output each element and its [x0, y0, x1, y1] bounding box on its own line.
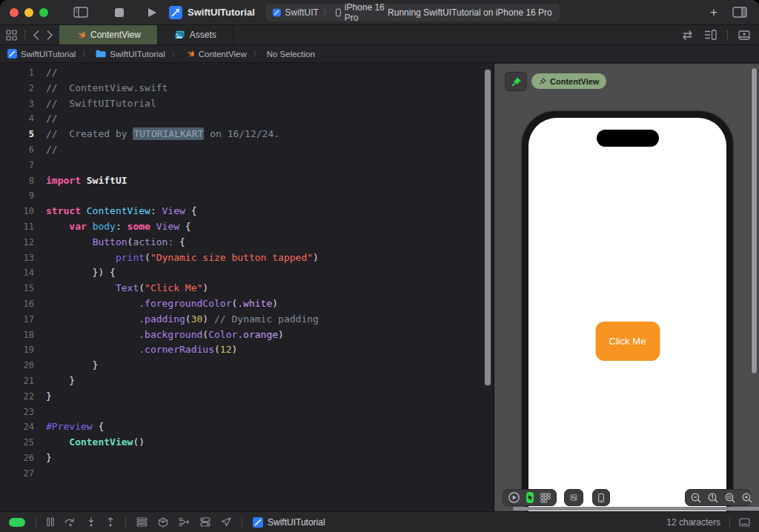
code-line[interactable]: }: [46, 389, 319, 405]
line-number[interactable]: 12: [0, 235, 34, 250]
code-line[interactable]: import SwiftUI: [46, 173, 319, 189]
scheme-app-icon[interactable]: [273, 7, 281, 18]
step-over-icon[interactable]: [64, 517, 76, 527]
code-line[interactable]: // Created by TUTORIALKART on 16/12/24.: [46, 127, 319, 142]
preview-horizontal-scrollbar[interactable]: [513, 507, 759, 511]
zoom-out-icon[interactable]: [691, 493, 701, 503]
breadcrumb-selection[interactable]: No Selection: [267, 50, 315, 59]
network-debug-icon[interactable]: [179, 517, 190, 527]
code-line[interactable]: #Preview {: [46, 419, 319, 435]
code-line[interactable]: }: [46, 358, 319, 373]
line-number[interactable]: 1: [0, 65, 34, 81]
line-number[interactable]: 4: [0, 111, 34, 127]
line-number[interactable]: 9: [0, 188, 34, 204]
code-line[interactable]: }: [46, 373, 319, 389]
minimize-window-button[interactable]: [24, 8, 33, 17]
scheme-selector[interactable]: SwiftUIT: [285, 7, 319, 18]
code-line[interactable]: var body: some View {: [46, 219, 319, 235]
zoom-in-icon[interactable]: [742, 493, 752, 503]
code-line[interactable]: //: [46, 142, 319, 158]
pause-execution-icon[interactable]: [47, 517, 54, 527]
editor-only-icon[interactable]: [739, 518, 750, 527]
line-number[interactable]: 25: [0, 435, 34, 450]
preview-pinned-tab[interactable]: ContentView: [531, 73, 606, 89]
preview-device-button[interactable]: [592, 489, 610, 506]
code-line[interactable]: }: [46, 450, 319, 466]
code-line[interactable]: .background(Color.orange): [46, 327, 319, 343]
line-number[interactable]: 15: [0, 281, 34, 296]
line-number[interactable]: 22: [0, 389, 34, 405]
line-number[interactable]: 5: [0, 127, 34, 142]
code-line[interactable]: [46, 188, 319, 204]
tab-assets[interactable]: Assets: [158, 25, 233, 44]
device-settings-button[interactable]: [564, 489, 583, 506]
stop-button[interactable]: [115, 8, 124, 17]
run-destination[interactable]: iPhone 16 Pro: [345, 2, 388, 23]
code-line[interactable]: // SwiftUITutorial: [46, 96, 319, 112]
line-number[interactable]: 21: [0, 373, 34, 389]
code-line[interactable]: ContentView(): [46, 435, 319, 450]
debug-process-label[interactable]: SwiftUITutorial: [253, 517, 325, 528]
code-line[interactable]: [46, 405, 319, 420]
line-number[interactable]: 16: [0, 296, 34, 312]
line-number[interactable]: 13: [0, 250, 34, 266]
breadcrumb-group[interactable]: SwiftUITutorial: [96, 50, 165, 59]
line-number[interactable]: 23: [0, 405, 34, 420]
line-number[interactable]: 11: [0, 219, 34, 235]
code-line[interactable]: print("Dynamic size button tapped"): [46, 250, 319, 266]
line-number[interactable]: 18: [0, 327, 34, 343]
breadcrumb-project[interactable]: SwiftUITutorial: [7, 49, 76, 59]
environment-overrides-icon[interactable]: [200, 517, 211, 527]
selectable-mode-icon[interactable]: [526, 492, 534, 503]
go-back-icon[interactable]: [33, 30, 39, 40]
line-number[interactable]: 3: [0, 96, 34, 112]
line-number[interactable]: 14: [0, 265, 34, 281]
zoom-fit-icon[interactable]: [725, 493, 735, 503]
line-number[interactable]: 17: [0, 312, 34, 327]
live-preview-play-icon[interactable]: [508, 492, 520, 503]
toggle-inspector-icon[interactable]: [732, 7, 747, 18]
step-into-icon[interactable]: [87, 517, 96, 527]
line-number[interactable]: 6: [0, 142, 34, 158]
swap-editor-icon[interactable]: [681, 30, 694, 40]
code-line[interactable]: struct ContentView: View {: [46, 204, 319, 219]
breadcrumb-file[interactable]: ContentView: [185, 49, 247, 59]
breakpoints-toggle[interactable]: [9, 518, 25, 527]
pin-preview-button[interactable]: [505, 72, 527, 91]
line-number[interactable]: 2: [0, 81, 34, 96]
code-line[interactable]: .cornerRadius(12): [46, 342, 319, 358]
code-line[interactable]: //: [46, 111, 319, 127]
code-line[interactable]: .padding(30) // Dynamic padding: [46, 312, 319, 327]
code-line[interactable]: .foregroundColor(.white): [46, 296, 319, 312]
variants-grid-icon[interactable]: [540, 493, 551, 503]
step-out-icon[interactable]: [106, 517, 115, 527]
code-line[interactable]: [46, 466, 319, 482]
code-line[interactable]: Button(action: {: [46, 235, 319, 250]
code-line[interactable]: // ContentView.swift: [46, 81, 319, 96]
line-number[interactable]: 24: [0, 419, 34, 435]
close-window-button[interactable]: [10, 8, 19, 17]
zoom-100-icon[interactable]: [708, 493, 718, 503]
code-line[interactable]: [46, 158, 319, 173]
editor-scrollbar[interactable]: [484, 69, 491, 386]
tab-contentview[interactable]: ContentView: [59, 25, 158, 44]
simulated-location-icon[interactable]: [221, 517, 231, 527]
minimap-icon[interactable]: [704, 30, 717, 40]
preview-click-me-button[interactable]: Click Me: [595, 322, 660, 361]
related-items-icon[interactable]: [6, 30, 17, 41]
debug-memory-graph-icon[interactable]: [158, 517, 168, 528]
run-button[interactable]: [148, 7, 157, 18]
line-number[interactable]: 20: [0, 358, 34, 373]
code-line[interactable]: Text("Click Me"): [46, 281, 319, 296]
line-number[interactable]: 26: [0, 450, 34, 466]
code-line[interactable]: }) {: [46, 265, 319, 281]
code-line[interactable]: //: [46, 65, 319, 81]
line-number[interactable]: 7: [0, 158, 34, 173]
debug-view-hierarchy-icon[interactable]: [136, 517, 148, 527]
preview-vertical-scrollbar[interactable]: [751, 67, 758, 374]
line-number[interactable]: 8: [0, 173, 34, 189]
zoom-window-button[interactable]: [39, 8, 48, 17]
toggle-navigator-icon[interactable]: [73, 7, 88, 18]
source-editor[interactable]: 1234567891011121314151617181920212223242…: [0, 64, 493, 511]
line-number[interactable]: 27: [0, 466, 34, 482]
